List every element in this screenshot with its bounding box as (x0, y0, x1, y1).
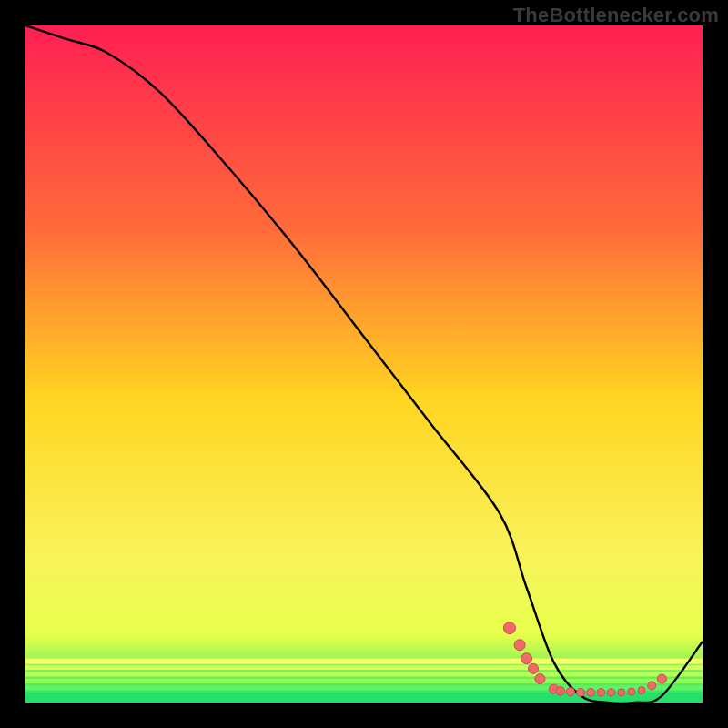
svg-rect-4 (25, 679, 703, 683)
marker-dot (535, 673, 545, 683)
svg-rect-2 (25, 665, 703, 670)
marker-dot (638, 687, 645, 694)
marker-dot (577, 688, 585, 696)
marker-dot (566, 687, 574, 695)
marker-dot (556, 687, 565, 696)
marker-dot (597, 689, 605, 697)
marker-dot (657, 674, 666, 683)
marker-dot (503, 622, 515, 634)
svg-rect-1 (25, 659, 703, 664)
marker-dot (514, 640, 525, 651)
bottleneck-chart (0, 0, 728, 728)
plot-background (25, 25, 703, 703)
marker-dot (587, 688, 595, 696)
marker-dot (521, 653, 532, 664)
marker-dot (607, 689, 614, 696)
marker-dot (618, 689, 625, 696)
marker-dot (628, 688, 635, 695)
svg-rect-3 (25, 672, 703, 677)
chart-stage: TheBottlenecker.com (0, 0, 728, 728)
marker-dot (529, 663, 539, 673)
marker-dot (648, 682, 656, 690)
